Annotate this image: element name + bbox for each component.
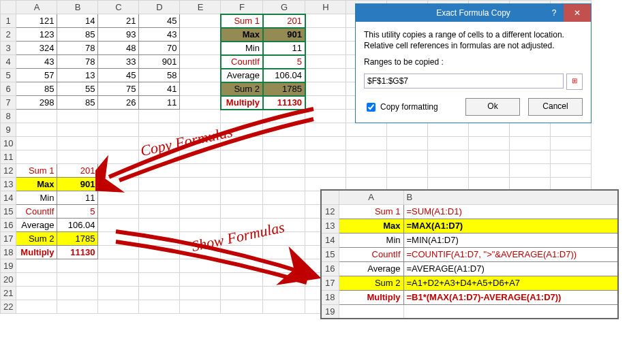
cell-F4[interactable]: CountIf <box>221 55 263 69</box>
f-cell-B19[interactable] <box>403 304 618 319</box>
cell-G18[interactable] <box>263 246 305 259</box>
cell-H4[interactable] <box>305 55 346 69</box>
cell-M10[interactable] <box>510 137 551 150</box>
cell-M9[interactable] <box>510 123 551 137</box>
cell-J9[interactable] <box>387 123 428 137</box>
cell-M11[interactable] <box>510 150 551 164</box>
cell-E8[interactable] <box>180 110 221 123</box>
cell-E15[interactable] <box>180 205 221 219</box>
cell-F7[interactable]: Multiply <box>221 96 263 110</box>
cell-C14[interactable] <box>98 191 139 205</box>
cell-K12[interactable] <box>428 164 469 178</box>
cell-I12[interactable] <box>346 164 387 178</box>
cell-G20[interactable] <box>263 273 305 287</box>
cell-F5[interactable]: Average <box>221 69 263 82</box>
cell-F12[interactable] <box>221 164 263 178</box>
cell-A20[interactable] <box>16 273 57 287</box>
row-header-9[interactable]: 9 <box>1 123 16 137</box>
f-row-header-14[interactable]: 14 <box>321 233 339 247</box>
f-cell-B12[interactable]: =SUM(A1:D1) <box>403 204 618 219</box>
f-row-header-18[interactable]: 18 <box>321 290 339 304</box>
cell-A13[interactable]: Max <box>16 178 57 191</box>
cell-D21[interactable] <box>139 287 180 300</box>
cell-H5[interactable] <box>305 69 346 82</box>
cell-D4[interactable]: 901 <box>139 55 180 69</box>
cell-B9[interactable] <box>57 123 98 137</box>
cell-G1[interactable]: 201 <box>263 14 305 28</box>
cell-D6[interactable]: 41 <box>139 82 180 96</box>
cell-J10[interactable] <box>387 137 428 150</box>
cell-A17[interactable]: Sum 2 <box>16 232 57 246</box>
cell-C9[interactable] <box>98 123 139 137</box>
cell-B15[interactable]: 5 <box>57 205 98 219</box>
cell-B12[interactable]: 201 <box>57 164 98 178</box>
f-row-header-13[interactable]: 13 <box>321 219 339 233</box>
cell-B16[interactable]: 106.04 <box>57 219 98 232</box>
row-header-8[interactable]: 8 <box>1 110 16 123</box>
row-header-22[interactable]: 22 <box>1 300 16 314</box>
cell-E7[interactable] <box>180 96 221 110</box>
f-cell-A16[interactable]: Average <box>339 261 403 276</box>
f-cell-A18[interactable]: Multiply <box>339 290 403 304</box>
cell-I10[interactable] <box>346 137 387 150</box>
cell-G13[interactable] <box>263 178 305 191</box>
f-row-header-17[interactable]: 17 <box>321 276 339 290</box>
cell-E2[interactable] <box>180 28 221 42</box>
cell-E12[interactable] <box>180 164 221 178</box>
cell-D13[interactable] <box>139 178 180 191</box>
cell-B7[interactable]: 85 <box>57 96 98 110</box>
cell-H11[interactable] <box>305 150 346 164</box>
cell-H2[interactable] <box>305 28 346 42</box>
cell-F6[interactable]: Sum 2 <box>221 82 263 96</box>
cell-G11[interactable] <box>263 150 305 164</box>
copy-formatting-checkbox[interactable]: Copy formatting <box>364 101 438 114</box>
cell-B14[interactable]: 11 <box>57 191 98 205</box>
cell-D14[interactable] <box>139 191 180 205</box>
cell-D12[interactable] <box>139 164 180 178</box>
close-icon[interactable]: ✕ <box>564 4 591 22</box>
cell-F15[interactable] <box>221 205 263 219</box>
cell-D17[interactable] <box>139 232 180 246</box>
cell-C11[interactable] <box>98 150 139 164</box>
cell-I9[interactable] <box>346 123 387 137</box>
cell-B8[interactable] <box>57 110 98 123</box>
cell-E5[interactable] <box>180 69 221 82</box>
cell-E1[interactable] <box>180 14 221 28</box>
row-header-12[interactable]: 12 <box>1 164 16 178</box>
cell-H10[interactable] <box>305 137 346 150</box>
cell-G21[interactable] <box>263 287 305 300</box>
cell-C20[interactable] <box>98 273 139 287</box>
cell-B21[interactable] <box>57 287 98 300</box>
row-header-13[interactable]: 13 <box>1 178 16 191</box>
cell-B13[interactable]: 901 <box>57 178 98 191</box>
cell-E21[interactable] <box>180 287 221 300</box>
col-header-F[interactable]: F <box>221 1 263 14</box>
row-header-3[interactable]: 3 <box>1 42 16 55</box>
cell-A11[interactable] <box>16 150 57 164</box>
f-cell-B17[interactable]: =A1+D2+A3+D4+A5+D6+A7 <box>403 276 618 290</box>
cell-H3[interactable] <box>305 42 346 55</box>
row-header-15[interactable]: 15 <box>1 205 16 219</box>
cell-M12[interactable] <box>510 164 551 178</box>
cell-G2[interactable]: 901 <box>263 28 305 42</box>
cell-L9[interactable] <box>469 123 510 137</box>
cell-A6[interactable]: 85 <box>16 82 57 96</box>
cell-D20[interactable] <box>139 273 180 287</box>
cell-E4[interactable] <box>180 55 221 69</box>
cell-C22[interactable] <box>98 300 139 314</box>
cell-C3[interactable]: 48 <box>98 42 139 55</box>
cell-C7[interactable]: 26 <box>98 96 139 110</box>
cell-B11[interactable] <box>57 150 98 164</box>
f-cell-A17[interactable]: Sum 2 <box>339 276 403 290</box>
cell-N12[interactable] <box>551 164 592 178</box>
cell-F1[interactable]: Sum 1 <box>221 14 263 28</box>
f-cell-B18[interactable]: =B1*(MAX(A1:D7)-AVERAGE(A1:D7)) <box>403 290 618 304</box>
cell-F20[interactable] <box>221 273 263 287</box>
row-header-20[interactable]: 20 <box>1 273 16 287</box>
cell-K10[interactable] <box>428 137 469 150</box>
col-header-H[interactable]: H <box>305 1 346 14</box>
cell-A22[interactable] <box>16 300 57 314</box>
row-header-17[interactable]: 17 <box>1 232 16 246</box>
cell-B6[interactable]: 55 <box>57 82 98 96</box>
f-cell-B13[interactable]: =MAX(A1:D7) <box>403 219 618 233</box>
